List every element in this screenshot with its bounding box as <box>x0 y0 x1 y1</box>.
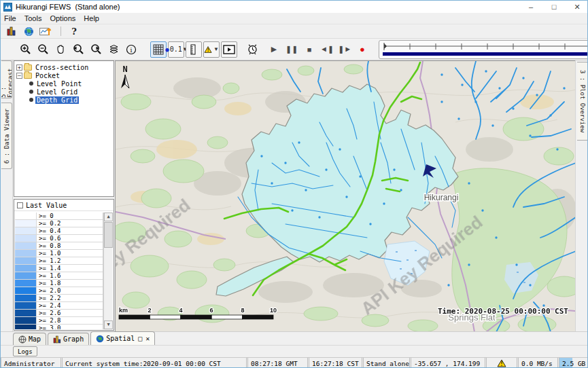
tree-item-level-point[interactable]: Level Point <box>14 79 114 88</box>
legend-swatch <box>15 227 37 234</box>
last-value-checkbox[interactable] <box>17 202 23 208</box>
legend-row[interactable]: >= 0.8 <box>15 242 103 250</box>
tree-item-pocket[interactable]: – Pocket <box>14 71 114 79</box>
menu-item[interactable]: Tools <box>24 14 48 23</box>
record-button[interactable]: ● <box>354 41 370 58</box>
legend-row[interactable]: >= 1.0 <box>15 250 103 257</box>
map-viewport[interactable]: API Key Required API Key Required Hikura… <box>115 60 575 331</box>
grid-display-button[interactable] <box>150 41 167 58</box>
stop-button[interactable]: ■ <box>301 41 317 58</box>
tab-spatial[interactable]: Spatial □ ✕ <box>90 331 155 345</box>
globe-icon[interactable] <box>21 25 36 37</box>
legend-row[interactable]: >= 0.2 <box>15 220 103 227</box>
layer-tree: + Cross-section – Pocket Level Point Lev… <box>14 60 114 197</box>
legend-row[interactable]: >= 2.6 <box>15 310 103 317</box>
legend-row[interactable]: >= 1.8 <box>15 280 103 287</box>
expand-plus-icon[interactable]: + <box>16 65 22 71</box>
svg-text:!: ! <box>207 48 209 52</box>
legend-row[interactable]: >= 3.0 <box>15 325 103 329</box>
legend-scrollbar[interactable]: ▲ ▼ <box>103 213 113 329</box>
status-warning-cell[interactable]: ! <box>486 358 517 368</box>
close-tab-icon[interactable]: ✕ <box>145 335 150 342</box>
animation-movie-button[interactable] <box>221 41 237 58</box>
spatial-display-icon[interactable] <box>38 25 53 37</box>
tab-graph[interactable]: Graph <box>48 333 89 345</box>
legend-row-label: >= 1.4 <box>37 265 103 272</box>
legend-row[interactable]: >= 0.6 <box>15 235 103 242</box>
legend-row[interactable]: >= 1.6 <box>15 272 103 280</box>
legend-row[interactable]: >= 2.4 <box>15 302 103 310</box>
bar-chart-icon <box>53 335 61 344</box>
tree-item-cross-section[interactable]: + Cross-section <box>14 63 114 71</box>
status-user: Administrator <box>1 358 61 368</box>
collapse-minus-icon[interactable]: – <box>16 73 22 79</box>
legend-list: >= 0 >= 0.2 >= 0.4 >= 0.6 <box>15 213 103 329</box>
maximize-button[interactable]: □ <box>542 1 566 13</box>
menu-item[interactable]: Help <box>84 14 105 23</box>
logs-button[interactable]: Logs <box>13 346 37 356</box>
skip-start-button[interactable]: ◄❚ <box>319 41 335 58</box>
time-slider[interactable] <box>379 40 588 59</box>
skip-end-button[interactable]: ❚► <box>336 41 353 58</box>
left-tab-strip: 5 : Forecast 6 : Data Viewer <box>1 60 13 331</box>
tree-item-label: Pocket <box>34 72 61 79</box>
scroll-thumb[interactable] <box>104 222 113 248</box>
legend-swatch <box>15 325 37 329</box>
tree-item-label: Level Grid <box>35 88 79 96</box>
legend-row[interactable]: >= 0 <box>15 213 103 220</box>
legend-row[interactable]: >= 1.2 <box>15 257 103 265</box>
warning-threshold-dropdown[interactable]: ! ▼ <box>203 41 220 58</box>
detach-panel-icon[interactable]: □ <box>138 335 142 342</box>
legend-row[interactable]: >= 0.4 <box>15 227 103 235</box>
top-toolbar: ? <box>1 24 588 38</box>
bullet-icon <box>29 81 33 86</box>
legend-row[interactable]: >= 1.4 <box>15 265 103 272</box>
play-button[interactable]: ▶ <box>266 41 282 58</box>
zoom-next-icon[interactable] <box>88 41 104 58</box>
zoom-in-icon[interactable] <box>17 41 33 58</box>
legend-panel: Last Value >= 0 >= 0.2 <box>14 199 114 331</box>
tree-item-depth-grid[interactable]: Depth Grid <box>14 96 114 104</box>
legend-title: Last Value <box>26 202 67 209</box>
legend-row[interactable]: >= 2.0 <box>15 287 103 295</box>
menu-item[interactable]: File <box>4 14 22 23</box>
legend-row-label: >= 1.2 <box>37 257 103 264</box>
tab-forecast[interactable]: 5 : Forecast <box>1 60 12 98</box>
legend-row[interactable]: >= 2.2 <box>15 295 103 302</box>
tree-item-level-grid[interactable]: Level Grid <box>14 88 114 96</box>
scale-ruler-button[interactable] <box>186 41 202 58</box>
tab-data-viewer[interactable]: 6 : Data Viewer <box>1 103 12 169</box>
status-gmt-time: 08:27:18 GMT <box>247 358 308 368</box>
tab-label: Map <box>29 335 41 343</box>
bullet-icon <box>29 90 33 94</box>
legend-swatch <box>15 310 37 316</box>
pause-button[interactable]: ❚❚ <box>283 41 300 58</box>
help-button[interactable]: ? <box>67 25 82 37</box>
pan-hand-icon[interactable] <box>52 41 69 58</box>
layers-icon[interactable] <box>105 41 122 58</box>
legend-row[interactable]: >= 2.8 <box>15 317 103 325</box>
zoom-out-icon[interactable] <box>35 41 51 58</box>
zoom-previous-icon[interactable] <box>70 41 86 58</box>
classbreak-dropdown[interactable]: ● 0.1 ▼ <box>168 41 184 58</box>
legend-swatch <box>15 257 37 264</box>
svg-text:!: ! <box>500 361 504 367</box>
minimize-button[interactable]: – <box>519 1 542 13</box>
map-time-label: Time: 2020-08-25 00:00:00 CST <box>438 307 568 316</box>
database-display-icon[interactable] <box>4 25 19 37</box>
info-icon[interactable]: i <box>123 41 139 58</box>
menu-item[interactable]: Options <box>50 14 81 23</box>
title-bar: Hikurangi FEWS (Stand alone) – □ ✕ <box>1 1 588 13</box>
close-button[interactable]: ✕ <box>566 1 588 13</box>
legend-swatch <box>15 317 37 324</box>
scroll-down-icon[interactable]: ▼ <box>104 320 113 329</box>
app-window: Hikurangi FEWS (Stand alone) – □ ✕ FileT… <box>0 0 588 368</box>
status-coordinates: -35.657 , 174.199 <box>411 358 485 368</box>
legend-row-label: >= 0.2 <box>37 220 103 227</box>
tab-map[interactable]: Map <box>13 333 46 345</box>
legend-row-label: >= 0 <box>37 213 103 219</box>
classbreak-value: 0.1 <box>170 45 182 53</box>
tab-plot-overview[interactable]: 3 : Plot Overview <box>577 62 588 141</box>
scroll-up-icon[interactable]: ▲ <box>104 213 113 221</box>
timer-icon[interactable] <box>244 41 260 58</box>
